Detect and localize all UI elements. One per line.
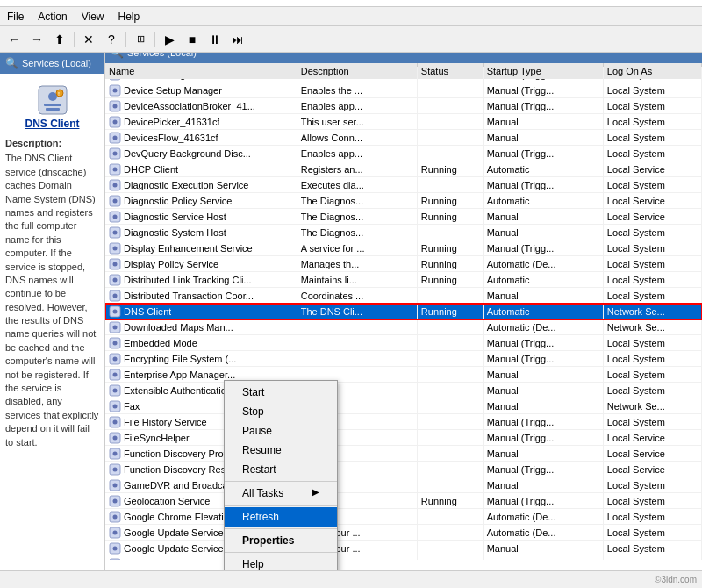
service-logon-cell: Local System: [603, 82, 701, 98]
table-row[interactable]: Distributed Transaction Coor...Coordinat…: [105, 288, 702, 304]
service-startup-cell: Manual: [483, 114, 603, 130]
table-row[interactable]: Function Discovery Resc...Manual (Trigg.…: [105, 462, 702, 477]
table-row[interactable]: Diagnostic Policy ServiceThe Diagnos...R…: [105, 193, 702, 209]
table-row[interactable]: Display Enhancement ServiceA service for…: [105, 240, 702, 256]
table-row[interactable]: Google Chrome Elevation Se...Automatic (…: [105, 509, 702, 525]
service-row-icon: [109, 463, 121, 476]
table-row[interactable]: FaxManualNetwork Se...: [105, 398, 702, 414]
service-startup-cell: Manual (Trigg...: [483, 414, 603, 430]
col-header-desc[interactable]: Description: [297, 63, 417, 80]
col-header-startup[interactable]: Startup Type: [483, 63, 603, 80]
service-name-text: Encrypting File System (...: [124, 354, 236, 364]
table-row[interactable]: DevQuery Background Disc...Enables app..…: [105, 146, 702, 161]
ctx-item-pause[interactable]: Pause: [225, 421, 337, 441]
service-row-icon: [109, 226, 121, 239]
table-row[interactable]: Diagnostic System HostThe Diagnos...Manu…: [105, 225, 702, 240]
col-header-status[interactable]: Status: [417, 63, 483, 80]
service-name-cell: Display Enhancement Service: [105, 240, 297, 256]
service-desc-cell: [297, 351, 417, 367]
toolbar-play[interactable]: ▶: [159, 29, 180, 50]
table-row[interactable]: FileSyncHelperManual (Trigg...Local Serv…: [105, 430, 702, 446]
toolbar-up[interactable]: ⬆: [49, 29, 70, 50]
service-status-cell: [417, 414, 483, 430]
toolbar-help[interactable]: ?: [101, 29, 122, 50]
service-name-text: DevicePicker_41631cf: [124, 117, 219, 127]
menu-view[interactable]: View: [75, 7, 111, 25]
service-logon-cell: Local System: [603, 493, 701, 509]
table-row[interactable]: File History ServiceManual (Trigg...Loca…: [105, 414, 702, 430]
service-logon-cell: Local Service: [603, 161, 701, 177]
service-startup-cell: Manual: [483, 288, 603, 304]
ctx-item-help[interactable]: Help: [225, 555, 337, 570]
status-bar: [0, 570, 702, 588]
service-status-cell: Running: [417, 304, 483, 319]
service-title[interactable]: DNS Client: [25, 118, 79, 130]
service-logon-cell: Local System: [603, 509, 701, 525]
table-row[interactable]: Extensible Authenticatio...ManualLocal S…: [105, 383, 702, 398]
toolbar-stop[interactable]: ■: [182, 29, 203, 50]
menu-file[interactable]: File: [0, 7, 31, 25]
table-row[interactable]: Distributed Link Tracking Cli...Maintain…: [105, 272, 702, 288]
ctx-item-properties[interactable]: Properties: [225, 531, 337, 550]
svg-point-51: [113, 419, 118, 424]
ctx-item-refresh[interactable]: Refresh: [225, 507, 337, 527]
table-row[interactable]: DNS ClientThe DNS Cli...RunningAutomatic…: [105, 304, 702, 319]
table-row[interactable]: Function Discovery Prov...ManualLocal Se…: [105, 446, 702, 462]
table-row[interactable]: GraphicsPerfSvcGraphics per...ManualLoca…: [105, 556, 702, 561]
service-logon-cell: Local System: [603, 351, 701, 367]
table-row[interactable]: Diagnostic Service HostThe Diagnos...Run…: [105, 209, 702, 225]
service-name-text: Function Discovery Prov...: [124, 448, 236, 459]
service-row-icon: [109, 242, 121, 255]
service-logon-cell: Local System: [603, 272, 701, 288]
table-row[interactable]: DevicePicker_41631cfThis user ser...Manu…: [105, 114, 702, 130]
table-row[interactable]: Google Update Service (gup...Keeps your …: [105, 525, 702, 541]
col-header-name[interactable]: Name: [105, 63, 297, 80]
table-row[interactable]: Encrypting File System (...Manual (Trigg…: [105, 351, 702, 367]
table-row[interactable]: Display Policy ServiceManages th...Runni…: [105, 256, 702, 272]
service-desc-cell: The Diagnos...: [297, 193, 417, 209]
service-logon-cell: Network Se...: [603, 304, 701, 319]
toolbar-delete[interactable]: ✕: [78, 29, 99, 50]
toolbar-forward[interactable]: →: [26, 29, 47, 50]
table-row[interactable]: Embedded ModeManual (Trigg...Local Syste…: [105, 335, 702, 351]
table-row[interactable]: DHCP ClientRegisters an...RunningAutomat…: [105, 161, 702, 177]
service-name-text: Display Enhancement Service: [124, 243, 253, 254]
service-name-cell: Encrypting File System (...: [105, 351, 297, 367]
table-row[interactable]: Google Update Service (gup...Keeps your …: [105, 541, 702, 556]
ctx-item-all-tasks[interactable]: All Tasks: [225, 484, 337, 503]
table-row[interactable]: Geolocation ServiceRunningManual (Trigg.…: [105, 493, 702, 509]
service-name-text: Distributed Transaction Coor...: [124, 290, 254, 301]
table-row[interactable]: Device Setup ManagerEnables the ...Manua…: [105, 82, 702, 98]
toolbar-console[interactable]: ⊞: [130, 29, 151, 50]
services-list: Name Description Status Startup Type Log…: [105, 63, 702, 560]
toolbar-skip[interactable]: ⏭: [227, 29, 248, 50]
ctx-item-start[interactable]: Start: [225, 383, 337, 402]
service-name-cell: Embedded Mode: [105, 335, 297, 351]
table-row[interactable]: GameDVR and Broadcas...ManualLocal Syste…: [105, 477, 702, 493]
table-row[interactable]: Downloaded Maps Man...Automatic (De...Ne…: [105, 319, 702, 335]
ctx-item-stop[interactable]: Stop: [225, 402, 337, 421]
toolbar-pause[interactable]: ⏸: [204, 29, 226, 50]
service-desc-cell: Executes dia...: [297, 177, 417, 193]
table-row[interactable]: Diagnostic Execution ServiceExecutes dia…: [105, 177, 702, 193]
ctx-item-resume[interactable]: Resume: [225, 441, 337, 460]
svg-point-49: [113, 404, 118, 408]
table-row[interactable]: DevicesFlow_41631cfAllows Conn...ManualL…: [105, 130, 702, 146]
service-startup-cell: Manual (Trigg...: [483, 462, 603, 477]
service-status-cell: [417, 319, 483, 335]
col-header-logon[interactable]: Log On As: [603, 63, 701, 80]
service-name-cell: DNS Client: [105, 304, 297, 319]
table-row[interactable]: Enterprise App Manager...ManualLocal Sys…: [105, 367, 702, 383]
service-icon-large: !: [35, 82, 70, 118]
service-row-icon: [109, 527, 121, 539]
menu-help[interactable]: Help: [111, 7, 147, 25]
toolbar-back[interactable]: ←: [4, 29, 25, 50]
service-name-text: Diagnostic Policy Service: [124, 196, 233, 206]
service-startup-cell: Manual: [483, 225, 603, 240]
service-desc-cell: A service for ...: [297, 240, 417, 256]
services-table[interactable]: Name Description Status Startup Type Log…: [105, 63, 702, 560]
menu-action[interactable]: Action: [31, 7, 74, 25]
left-panel: 🔍 Services (Local) ! DNS Client Descript…: [0, 53, 105, 570]
table-row[interactable]: DeviceAssociationBroker_41...Enables app…: [105, 98, 702, 114]
ctx-item-restart[interactable]: Restart: [225, 460, 337, 479]
